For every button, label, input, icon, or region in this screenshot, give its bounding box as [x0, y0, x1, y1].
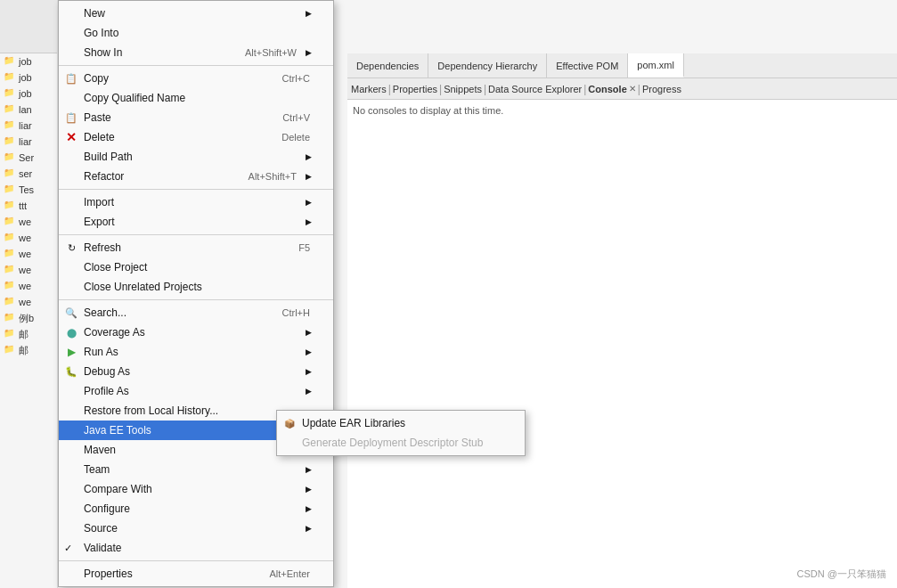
- left-panel: 📁job📁job📁job📁lan📁liar📁liar📁Ser📁ser📁Tes📁t…: [0, 0, 58, 588]
- submenu-arrow-icon: ▶: [306, 524, 315, 533]
- import-icon: [64, 195, 78, 209]
- tree-item[interactable]: 📁we: [0, 246, 57, 262]
- menu-separator: [59, 189, 333, 190]
- console-tab[interactable]: Properties: [393, 84, 437, 94]
- copy-icon: 📋: [64, 71, 78, 86]
- menu-item-coverage_as[interactable]: ⬤Coverage As▶: [59, 323, 333, 342]
- menu-item-paste[interactable]: 📋PasteCtrl+V: [59, 108, 333, 127]
- menu-item-label: Show In: [84, 46, 122, 59]
- menu-separator: [59, 560, 333, 561]
- tree-icon: 📁: [4, 280, 16, 292]
- menu-item-label: Restore from Local History...: [84, 404, 218, 417]
- menu-item-copy_qualified[interactable]: Copy Qualified Name: [59, 88, 333, 108]
- menu-item-team[interactable]: Team▶: [59, 460, 333, 479]
- menu-item-build_path[interactable]: Build Path▶: [59, 147, 333, 167]
- menu-item-configure[interactable]: Configure▶: [59, 499, 333, 519]
- menu-item-properties[interactable]: PropertiesAlt+Enter: [59, 564, 333, 584]
- tree-icon: 📁: [4, 232, 16, 244]
- menu-item-export[interactable]: Export▶: [59, 212, 333, 232]
- submenu-item-label: Generate Deployment Descriptor Stub: [302, 437, 483, 449]
- tree-item[interactable]: 📁Ser: [0, 150, 57, 166]
- tree-item[interactable]: 📁we: [0, 278, 57, 294]
- menu-item-close_project[interactable]: Close Project: [59, 257, 333, 277]
- tree-item[interactable]: 📁job: [0, 69, 57, 86]
- menu-item-label: Copy Qualified Name: [84, 92, 185, 104]
- tree-item[interactable]: 📁liar: [0, 134, 57, 150]
- tree-item[interactable]: 📁ser: [0, 166, 57, 182]
- tree-icon: 📁: [4, 200, 16, 212]
- tab-separator: |: [388, 83, 391, 95]
- tree-item[interactable]: 📁job: [0, 53, 57, 69]
- menu-item-label: Refactor: [84, 170, 124, 183]
- console-tab[interactable]: Console: [588, 84, 626, 94]
- console-tab[interactable]: Data Source Explorer: [488, 84, 582, 94]
- menu-item-import[interactable]: Import▶: [59, 192, 333, 212]
- menu-item-compare_with[interactable]: Compare With▶: [59, 479, 333, 499]
- tree-icon: 📁: [4, 135, 16, 148]
- menu-item-label: Import: [84, 196, 114, 208]
- tree-item[interactable]: 📁we: [0, 262, 57, 278]
- menu-item-label: Run As: [84, 346, 118, 358]
- menu-item-new[interactable]: New▶: [59, 4, 333, 23]
- menu-item-go_into[interactable]: Go Into: [59, 23, 333, 43]
- tree-item[interactable]: 📁we: [0, 214, 57, 230]
- go_into-icon: [64, 26, 78, 40]
- tree-item[interactable]: 📁ttt: [0, 198, 57, 214]
- menu-item-profile_as[interactable]: Profile As▶: [59, 381, 333, 401]
- tree-icon: 📁: [4, 216, 16, 228]
- menu-item-close_unrelated[interactable]: Close Unrelated Projects: [59, 277, 333, 297]
- menu-item-label: Close Unrelated Projects: [84, 281, 202, 293]
- menu-item-delete[interactable]: ✕DeleteDelete: [59, 127, 333, 147]
- ide-tab[interactable]: Dependencies: [347, 53, 428, 78]
- show_in-icon: [64, 45, 78, 60]
- tree-icon: 📁: [4, 167, 16, 180]
- ide-tab[interactable]: Effective POM: [547, 53, 628, 78]
- tree-item[interactable]: 📁we: [0, 294, 57, 310]
- menu-shortcut: Ctrl+C: [282, 73, 315, 84]
- submenu-item-update_ear[interactable]: 📦Update EAR Libraries: [277, 413, 525, 433]
- menu-separator: [59, 65, 333, 66]
- submenu-java-ee-tools[interactable]: 📦Update EAR LibrariesGenerate Deployment…: [276, 410, 526, 456]
- console-tab[interactable]: Markers: [351, 84, 387, 94]
- submenu-arrow-icon: ▶: [306, 485, 315, 494]
- tree-item[interactable]: 📁Tes: [0, 182, 57, 198]
- menu-shortcut: Alt+Shift+T: [249, 171, 302, 182]
- menu-item-refresh[interactable]: ↻RefreshF5: [59, 238, 333, 257]
- menu-item-run_as[interactable]: ▶Run As▶: [59, 342, 333, 362]
- tree-item[interactable]: 📁lan: [0, 102, 57, 118]
- menu-item-label: Team: [84, 463, 110, 476]
- tree-item[interactable]: 📁邮: [0, 326, 57, 342]
- tree-item[interactable]: 📁liar: [0, 118, 57, 134]
- menu-item-debug_as[interactable]: 🐛Debug As▶: [59, 362, 333, 381]
- team-icon: [64, 462, 78, 477]
- watermark: CSDN @一只笨猫猫: [797, 568, 886, 581]
- tree-icon: 📁: [4, 184, 16, 196]
- tab-separator: |: [439, 83, 442, 95]
- tab-separator: |: [484, 83, 486, 95]
- tree-icon: 📁: [4, 87, 16, 100]
- menu-item-source[interactable]: Source▶: [59, 519, 333, 538]
- maven-icon: [64, 443, 78, 457]
- menu-item-copy[interactable]: 📋CopyCtrl+C: [59, 69, 333, 88]
- menu-item-search[interactable]: 🔍Search...Ctrl+H: [59, 303, 333, 323]
- ide-tab[interactable]: Dependency Hierarchy: [428, 53, 547, 78]
- menu-item-validate[interactable]: ✓Validate: [59, 538, 333, 558]
- context-menu[interactable]: New▶Go IntoShow InAlt+Shift+W▶📋CopyCtrl+…: [58, 0, 334, 587]
- submenu-arrow-icon: ▶: [306, 347, 315, 356]
- restore-icon: [64, 404, 78, 418]
- tree-item[interactable]: 📁job: [0, 86, 57, 102]
- console-tab[interactable]: Progress: [642, 84, 681, 94]
- tree-item[interactable]: 📁we: [0, 230, 57, 246]
- tree-icon: 📁: [4, 264, 16, 276]
- menu-item-label: Debug As: [84, 365, 130, 378]
- close-console-icon[interactable]: ✕: [629, 84, 636, 94]
- menu-item-label: Search...: [84, 306, 126, 319]
- ide-tab[interactable]: pom.xml: [628, 53, 684, 78]
- menu-shortcut: Alt+Shift+W: [245, 47, 302, 58]
- console-tab[interactable]: Snippets: [444, 84, 482, 94]
- menu-item-refactor[interactable]: RefactorAlt+Shift+T▶: [59, 167, 333, 186]
- tree-item[interactable]: 📁例b: [0, 310, 57, 326]
- tree-icon: 📁: [4, 151, 16, 164]
- menu-item-show_in[interactable]: Show InAlt+Shift+W▶: [59, 43, 333, 62]
- tree-item[interactable]: 📁邮: [0, 342, 57, 358]
